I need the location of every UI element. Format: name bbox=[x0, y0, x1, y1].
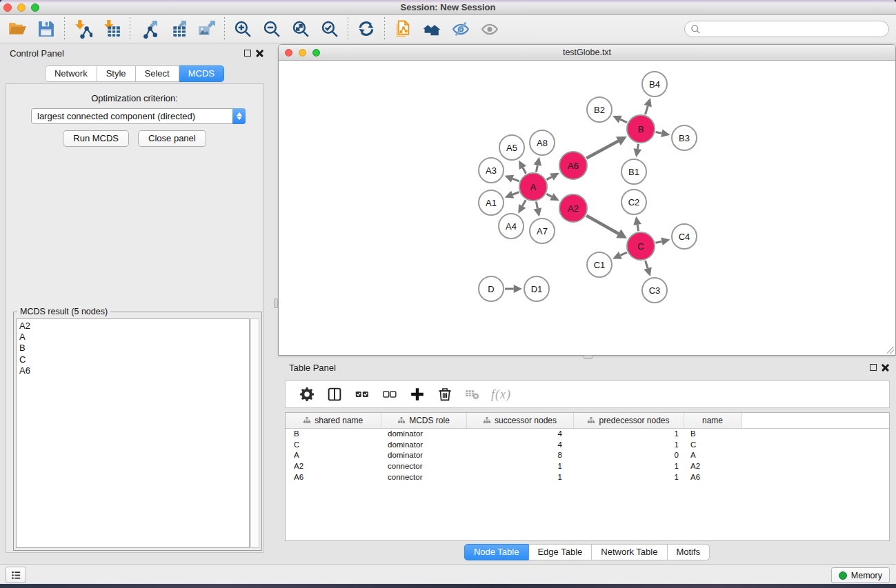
plus-button[interactable] bbox=[408, 385, 426, 403]
graph-edge-A-A3[interactable] bbox=[512, 179, 519, 181]
table-cell[interactable]: 8 bbox=[466, 450, 573, 461]
table-row[interactable]: A2connector11A2 bbox=[286, 460, 889, 472]
graph-edge-A6-B[interactable] bbox=[586, 141, 618, 159]
task-history-button[interactable] bbox=[6, 567, 26, 583]
save-button[interactable] bbox=[32, 17, 61, 41]
float-panel-icon[interactable] bbox=[244, 50, 251, 57]
table-tab-edge-table[interactable]: Edge Table bbox=[528, 544, 592, 560]
table-cell[interactable]: 1 bbox=[466, 460, 573, 472]
trash-button[interactable] bbox=[436, 385, 454, 403]
open-folder-button[interactable] bbox=[3, 17, 32, 41]
memory-button[interactable]: Memory bbox=[831, 567, 890, 583]
gear-button[interactable] bbox=[298, 385, 316, 403]
table-row[interactable]: Cdominator41C bbox=[286, 439, 889, 450]
column-header-name[interactable]: name bbox=[684, 413, 741, 428]
table-cell[interactable]: C bbox=[684, 439, 741, 450]
select-all-button[interactable] bbox=[353, 385, 371, 403]
table-cell[interactable]: connector bbox=[381, 460, 466, 472]
mcds-result-item[interactable]: A bbox=[19, 332, 249, 343]
table-cell[interactable]: B bbox=[684, 428, 741, 439]
search-box[interactable] bbox=[684, 21, 889, 37]
mcds-result-item[interactable]: C bbox=[19, 354, 249, 365]
home-button[interactable] bbox=[417, 17, 446, 41]
graph-edge-C-C3[interactable] bbox=[646, 261, 648, 268]
table-cell[interactable]: connector bbox=[381, 472, 466, 483]
graph-edge-B-B4[interactable] bbox=[645, 106, 648, 114]
table-row[interactable]: A6connector11A6 bbox=[286, 472, 889, 483]
table-cell[interactable]: 4 bbox=[466, 428, 573, 439]
column-header-shared-name[interactable]: shared name bbox=[286, 413, 381, 428]
graph-edge-B-B2[interactable] bbox=[620, 119, 627, 123]
table-cell[interactable]: A6 bbox=[286, 472, 381, 483]
columns-button[interactable] bbox=[326, 385, 344, 403]
graph-edge-A-A7[interactable] bbox=[536, 202, 537, 209]
table-cell[interactable]: dominator bbox=[381, 428, 466, 439]
table-cell[interactable]: 0 bbox=[573, 450, 684, 461]
graph-edge-C-C1[interactable] bbox=[620, 252, 627, 255]
table-tab-motifs[interactable]: Motifs bbox=[667, 544, 710, 560]
graph-edge-B-B3[interactable] bbox=[656, 132, 662, 133]
tab-select[interactable]: Select bbox=[136, 65, 179, 82]
graph-edge-A-A4[interactable] bbox=[522, 200, 526, 206]
graph-edge-A-A5[interactable] bbox=[523, 168, 526, 173]
vertical-splitter-handle[interactable] bbox=[274, 298, 278, 308]
close-table-panel-icon[interactable] bbox=[882, 364, 889, 372]
table-row[interactable]: Bdominator41B bbox=[286, 428, 889, 439]
zoom-in-button[interactable] bbox=[228, 17, 257, 41]
table-cell[interactable]: dominator bbox=[381, 439, 466, 450]
table-cell[interactable]: 1 bbox=[573, 439, 684, 450]
table-cell[interactable]: 1 bbox=[466, 472, 573, 483]
export-table-button[interactable] bbox=[163, 17, 192, 41]
deselect-all-button[interactable] bbox=[381, 385, 399, 403]
graph-edge-A-A2[interactable] bbox=[546, 194, 551, 196]
run-mcds-button[interactable]: Run MCDS bbox=[63, 130, 129, 147]
zoom-fit-button[interactable] bbox=[286, 17, 315, 41]
search-input[interactable] bbox=[701, 24, 888, 34]
close-panel-icon[interactable] bbox=[256, 50, 263, 57]
table-cell[interactable]: B bbox=[286, 428, 381, 439]
import-table-button[interactable] bbox=[97, 17, 126, 41]
table-cell[interactable]: 1 bbox=[573, 472, 684, 483]
table-cell[interactable]: 1 bbox=[573, 460, 684, 472]
graph-edge-A2-C[interactable] bbox=[586, 216, 619, 234]
import-network-button[interactable] bbox=[68, 17, 97, 41]
table-cell[interactable]: dominator bbox=[381, 450, 466, 461]
resize-grip-icon[interactable] bbox=[887, 347, 894, 354]
table-cell[interactable]: 1 bbox=[573, 428, 684, 439]
table-tab-node-table[interactable]: Node Table bbox=[464, 544, 529, 560]
close-panel-button[interactable]: Close panel bbox=[138, 130, 206, 147]
graph-edge-A-A8[interactable] bbox=[536, 165, 537, 172]
zoom-out-button[interactable] bbox=[257, 17, 286, 41]
table-cell[interactable]: 4 bbox=[466, 439, 573, 450]
graph-edge-A-A1[interactable] bbox=[512, 192, 519, 194]
result-list-scrollbar[interactable] bbox=[250, 318, 259, 548]
eye-slash-button[interactable] bbox=[446, 17, 475, 41]
column-header-MCDS-role[interactable]: MCDS role bbox=[381, 413, 466, 428]
table-cell[interactable]: C bbox=[286, 439, 381, 450]
mcds-result-item[interactable]: A6 bbox=[19, 365, 249, 376]
tab-style[interactable]: Style bbox=[97, 65, 136, 82]
graph-edge-C-C2[interactable] bbox=[637, 225, 638, 231]
table-cell[interactable]: A2 bbox=[286, 460, 381, 472]
refresh-button[interactable] bbox=[352, 17, 381, 41]
tab-network[interactable]: Network bbox=[45, 65, 97, 82]
mcds-result-item[interactable]: A2 bbox=[19, 321, 249, 332]
export-network-button[interactable] bbox=[134, 17, 163, 41]
zoom-selected-button[interactable] bbox=[315, 17, 344, 41]
criterion-dropdown[interactable]: largest connected component (directed) bbox=[31, 108, 246, 124]
table-tab-network-table[interactable]: Network Table bbox=[592, 544, 667, 560]
graph-edge-A-A6[interactable] bbox=[546, 177, 551, 180]
eye-button[interactable] bbox=[475, 17, 504, 41]
table-cell[interactable]: A bbox=[684, 450, 741, 461]
network-window-titlebar[interactable]: testGlobe.txt bbox=[279, 45, 895, 61]
column-header-successor-nodes[interactable]: successor nodes bbox=[466, 413, 573, 428]
float-table-panel-icon[interactable] bbox=[870, 364, 877, 371]
table-cell[interactable]: A bbox=[286, 450, 381, 461]
column-header-predecessor-nodes[interactable]: predecessor nodes bbox=[573, 413, 684, 428]
export-image-button[interactable] bbox=[192, 17, 221, 41]
network-file-button[interactable] bbox=[388, 17, 417, 41]
table-cell[interactable]: A2 bbox=[684, 460, 741, 472]
graph-edge-B-B1[interactable] bbox=[637, 144, 638, 149]
tab-mcds[interactable]: MCDS bbox=[179, 65, 224, 82]
table-row[interactable]: Adominator80A bbox=[286, 450, 889, 461]
